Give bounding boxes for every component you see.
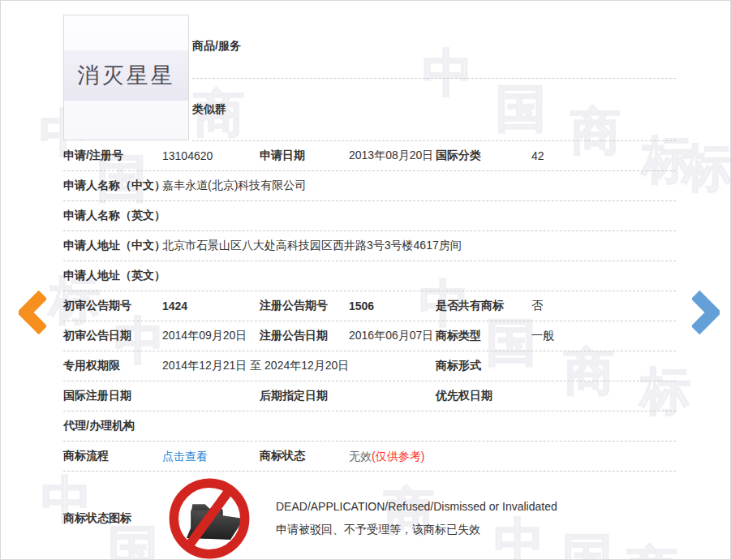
row-applicant-addr-cn: 申请人地址（中文） 北京市石景山区八大处高科技园区西井路3号3号楼4617房间 (63, 231, 676, 261)
first-trial-date-label: 初审公告日期 (63, 329, 162, 343)
similar-group-label: 类似群 (192, 102, 226, 117)
first-trial-no-label: 初审公告期号 (63, 299, 162, 313)
first-trial-date-value: 2014年09月20日 (162, 329, 260, 343)
trademark-header: 消灭星星 商品/服务 类似群 (63, 15, 676, 141)
reg-notice-no-value: 1506 (349, 299, 436, 312)
trademark-image-band: 消灭星星 (64, 50, 188, 101)
intl-class-label: 国际分类 (436, 149, 531, 163)
applicant-addr-cn-value: 北京市石景山区八大处高科技园区西井路3号3号楼4617房间 (162, 239, 676, 253)
reg-notice-date-label: 注册公告日期 (260, 329, 349, 343)
row-agency: 代理/办理机构 (63, 411, 676, 442)
app-reg-no-value: 13104620 (162, 149, 260, 162)
tm-type-label: 商标类型 (436, 329, 531, 343)
dead-trademark-prohibition-icon (167, 476, 252, 560)
first-trial-no-value: 1424 (162, 299, 260, 312)
row-application-number: 申请/注册号 13104620 申请日期 2013年08月20日 国际分类 42 (63, 141, 676, 171)
prev-page-button[interactable] (19, 291, 46, 334)
trademark-detail-content: 消灭星星 商品/服务 类似群 申请/注册号 13104620 申请日期 2013… (63, 15, 676, 560)
trademark-detail-page: 中国商标中国商标中中国商标中国商中国商标 消灭星星 商品/服务 (0, 0, 731, 560)
header-right: 商品/服务 类似群 (192, 15, 676, 141)
applicant-name-en-label: 申请人名称（英文） (63, 209, 162, 223)
intl-reg-date-label: 国际注册日期 (63, 389, 162, 403)
row-notice-dates: 初审公告日期 2014年09月20日 注册公告日期 2016年06月07日 商标… (63, 321, 676, 351)
row-intl-dates: 国际注册日期 后期指定日期 优先权日期 (63, 381, 676, 411)
reg-notice-date-value: 2016年06月07日 (349, 329, 436, 343)
agency-label: 代理/办理机构 (63, 419, 162, 433)
is-shared-label: 是否共有商标 (436, 299, 531, 313)
app-reg-no-label: 申请/注册号 (63, 149, 162, 163)
app-date-label: 申请日期 (260, 149, 349, 163)
applicant-name-cn-value: 嘉丰永道(北京)科技有限公司 (162, 179, 676, 193)
tm-type-value: 一般 (531, 329, 676, 343)
row-applicant-name-cn: 申请人名称（中文） 嘉丰永道(北京)科技有限公司 (63, 171, 676, 201)
watermark-glyph: 标 (682, 143, 731, 193)
tm-process-label: 商标流程 (63, 449, 162, 463)
trademark-image-text: 消灭星星 (78, 61, 175, 90)
status-desc-en: DEAD/APPLICATION/Refused/Dismissed or In… (276, 500, 676, 513)
exclusive-period-value: 2014年12月21日 至 2024年12月20日 (162, 359, 436, 373)
row-applicant-name-en: 申请人名称（英文） (63, 201, 676, 231)
row-exclusive-period: 专用权期限 2014年12月21日 至 2024年12月20日 商标形式 (63, 351, 676, 381)
trademark-image: 消灭星星 (63, 15, 189, 140)
priority-date-label: 优先权日期 (436, 389, 531, 403)
status-icon-label: 商标状态图标 (63, 511, 162, 526)
applicant-addr-en-label: 申请人地址（英文） (63, 269, 162, 283)
process-view-link[interactable]: 点击查看 (162, 450, 208, 463)
tm-status-label: 商标状态 (260, 449, 349, 463)
app-date-value: 2013年08月20日 (349, 149, 436, 163)
tm-status-value: 无效 (349, 450, 372, 463)
next-page-button[interactable] (692, 291, 720, 334)
reg-notice-no-label: 注册公告期号 (260, 299, 349, 313)
chevron-left-icon (19, 323, 46, 337)
status-desc-cn: 申请被驳回、不予受理等，该商标已失效 (276, 523, 676, 537)
applicant-name-cn-label: 申请人名称（中文） (63, 179, 162, 193)
row-applicant-addr-en: 申请人地址（英文） (63, 261, 676, 291)
tm-status-note: (仅供参考) (372, 450, 424, 463)
exclusive-period-label: 专用权期限 (63, 359, 162, 373)
applicant-addr-cn-label: 申请人地址（中文） (63, 239, 162, 253)
chevron-right-icon (692, 323, 720, 337)
goods-services-label: 商品/服务 (192, 39, 241, 54)
row-status-icon: 商标状态图标 (63, 472, 676, 560)
tm-form-label: 商标形式 (436, 359, 531, 373)
is-shared-value: 否 (531, 299, 676, 313)
row-notice-numbers: 初审公告期号 1424 注册公告期号 1506 是否共有商标 否 (63, 291, 676, 321)
row-process-status: 商标流程 点击查看 商标状态 无效(仅供参考) (63, 442, 676, 472)
intl-class-value: 42 (531, 149, 676, 162)
later-desig-date-label: 后期指定日期 (260, 389, 349, 403)
